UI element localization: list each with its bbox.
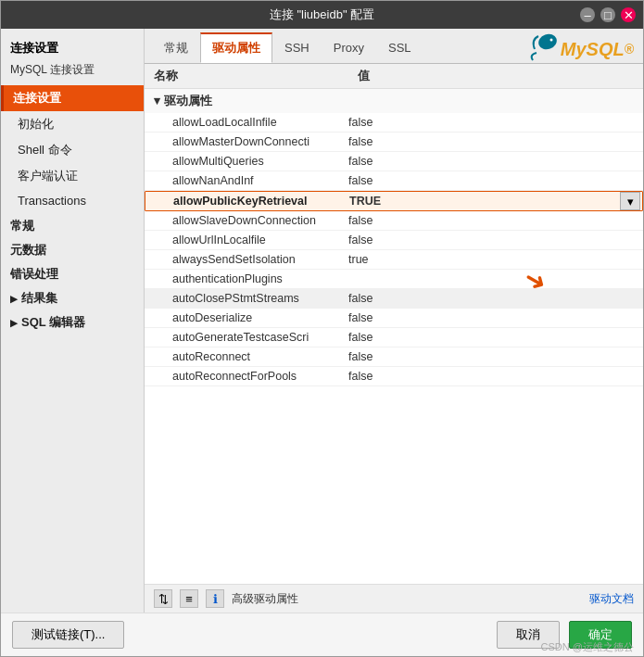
close-button[interactable]: ✕ [621, 7, 636, 22]
row-name: allowMultiQueries [172, 155, 348, 168]
row-name: autoGenerateTestcaseScri [172, 331, 348, 344]
minimize-button[interactable]: – [580, 7, 595, 22]
table-row[interactable]: allowMultiQueries false [145, 152, 643, 171]
sidebar-section-metadata[interactable]: 元数据 [1, 236, 144, 260]
sidebar-item-connection[interactable]: 连接设置 [1, 85, 144, 111]
row-value: false [348, 234, 634, 246]
mysql-registered: ® [625, 42, 634, 57]
row-name: allowMasterDownConnecti [172, 135, 348, 148]
table-row[interactable]: autoGenerateTestcaseScri false [145, 328, 643, 347]
driver-doc-link[interactable]: 驱动文档 [589, 591, 634, 607]
dropdown-button[interactable]: ▾ [620, 192, 640, 210]
sidebar-title: 连接设置 [1, 36, 144, 60]
table-row[interactable]: autoDeserialize false [145, 309, 643, 328]
row-value: false [348, 350, 634, 363]
row-value: false [348, 174, 634, 187]
test-connection-button[interactable]: 测试链接(T)... [12, 621, 124, 649]
tab-proxy[interactable]: Proxy [322, 34, 376, 61]
tab-ssh[interactable]: SSH [272, 34, 322, 61]
mysql-logo: MySQL ® [527, 32, 634, 66]
row-value: false [348, 311, 634, 324]
row-name: allowNanAndInf [172, 174, 348, 187]
sidebar-item-transactions[interactable]: Transactions [1, 189, 144, 212]
main-content: 连接设置 MySQL 连接设置 连接设置 初始化 Shell 命令 客户端认证 … [1, 29, 643, 613]
table-row[interactable]: allowLoadLocalInfile false [145, 113, 643, 133]
sidebar-item-shell[interactable]: Shell 命令 [1, 137, 144, 163]
row-name: autoReconnect [172, 350, 348, 363]
table-row[interactable]: allowNanAndInf false [145, 171, 643, 191]
footer-left: 测试链接(T)... [12, 621, 124, 649]
table-row[interactable]: autoClosePStmtStreams false [145, 289, 643, 309]
row-value: false [348, 116, 634, 129]
col-value-header: 值 [358, 68, 634, 84]
main-window: 连接 "liubeidb" 配置 – □ ✕ MySQL ® [0, 0, 644, 657]
row-name: authenticationPlugins [172, 272, 348, 285]
table-row[interactable]: allowMasterDownConnecti false [145, 133, 643, 152]
row-value: false [348, 214, 634, 227]
table-row-selected[interactable]: allowPublicKeyRetrieval TRUE ▾ [145, 191, 643, 211]
row-value: false [348, 331, 634, 344]
sidebar: 连接设置 MySQL 连接设置 连接设置 初始化 Shell 命令 客户端认证 … [1, 29, 145, 613]
row-name: allowUrlInLocalfile [172, 234, 348, 246]
sidebar-item-init[interactable]: 初始化 [1, 111, 144, 137]
col-name-header: 名称 [154, 68, 358, 84]
sidebar-subtitle: MySQL 连接设置 [1, 60, 144, 85]
mysql-text: MySQL [561, 39, 625, 60]
row-name: autoClosePStmtStreams [172, 292, 348, 305]
row-value: false [348, 370, 634, 383]
mysql-dolphin-icon [527, 32, 561, 66]
title-bar: 连接 "liubeidb" 配置 – □ ✕ [1, 1, 643, 29]
toolbar-bottom: ⇅ ≡ ℹ 高级驱动属性 驱动文档 [145, 584, 643, 613]
table-row[interactable]: authenticationPlugins [145, 270, 643, 289]
row-name: allowLoadLocalInfile [172, 116, 348, 129]
sidebar-section-sqleditor[interactable]: ▶ SQL 编辑器 [1, 309, 144, 333]
sqleditor-expand-icon: ▶ [10, 318, 18, 328]
row-value: false [348, 292, 634, 305]
row-name: allowSlaveDownConnection [172, 214, 348, 227]
row-name: allowPublicKeyRetrieval [173, 195, 349, 208]
row-value: true [348, 253, 634, 266]
table-row[interactable]: allowUrlInLocalfile false [145, 231, 643, 250]
table-header: 名称 值 [145, 64, 643, 89]
driver-section-header[interactable]: ▾ 驱动属性 [145, 89, 643, 113]
advanced-label: 高级驱动属性 [232, 591, 298, 607]
tab-normal[interactable]: 常规 [152, 33, 200, 63]
row-value: false [348, 135, 634, 148]
svg-point-1 [549, 39, 552, 42]
tab-driver[interactable]: 驱动属性 [200, 32, 272, 63]
row-name: autoReconnectForPools [172, 370, 348, 383]
watermark: CSDN @运维之德公 [541, 640, 634, 654]
svg-point-0 [537, 32, 559, 52]
sidebar-section-error[interactable]: 错误处理 [1, 260, 144, 284]
title-bar-controls: – □ ✕ [580, 7, 636, 22]
row-value: TRUE [349, 195, 633, 208]
toolbar-info-icon[interactable]: ℹ [206, 589, 224, 608]
table-row[interactable]: autoReconnect false [145, 347, 643, 367]
row-name: alwaysSendSetIsolation [172, 253, 348, 266]
right-panel: 常规 驱动属性 SSH Proxy SSL 名称 值 [145, 29, 643, 613]
table-row[interactable]: alwaysSendSetIsolation true [145, 250, 643, 270]
row-value: false [348, 155, 634, 168]
row-name: autoDeserialize [172, 311, 348, 324]
sidebar-item-auth[interactable]: 客户端认证 [1, 163, 144, 189]
table-row[interactable]: allowSlaveDownConnection false [145, 211, 643, 231]
table-row[interactable]: autoReconnectForPools false [145, 367, 643, 386]
maximize-button[interactable]: □ [600, 7, 615, 22]
tab-ssl[interactable]: SSL [376, 34, 423, 61]
sidebar-section-resultset[interactable]: ▶ 结果集 [1, 284, 144, 309]
sidebar-section-general[interactable]: 常规 [1, 212, 144, 236]
tab-content: 名称 值 ▾ 驱动属性 allowLoadLocalInfile false [145, 64, 643, 613]
window-title: 连接 "liubeidb" 配置 [270, 6, 374, 23]
toolbar-filter-icon[interactable]: ≡ [180, 589, 198, 608]
table-body: ▾ 驱动属性 allowLoadLocalInfile false allowM… [145, 89, 643, 584]
toolbar-sort-icon[interactable]: ⇅ [154, 589, 172, 608]
resultset-expand-icon: ▶ [10, 294, 18, 304]
